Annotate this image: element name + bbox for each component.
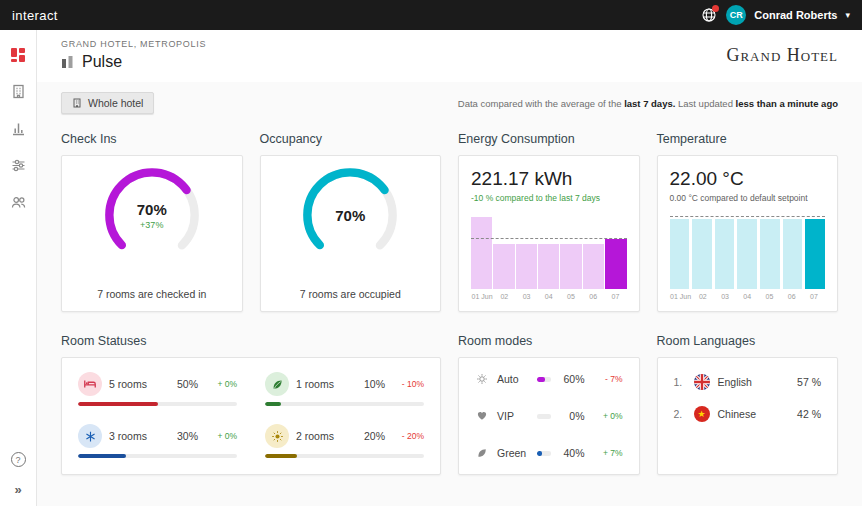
- language-row: 2. ★ Chinese 42 %: [674, 406, 822, 422]
- scope-label: Whole hotel: [88, 97, 143, 109]
- room-statuses-title: Room Statuses: [61, 334, 441, 348]
- checkins-delta: +37%: [140, 220, 163, 230]
- topbar-right: CR Conrad Roberts ▾: [700, 5, 850, 25]
- mode-progress-track: [537, 377, 551, 382]
- user-name[interactable]: Conrad Roberts: [754, 9, 837, 21]
- language-row: 1. English 57: [674, 374, 822, 390]
- auto-sun-icon: [475, 373, 489, 385]
- status-delta: + 0%: [205, 379, 237, 389]
- leaf-icon: [475, 447, 489, 459]
- occupancy-percent: 70%: [335, 207, 365, 224]
- status-progress-fill: [78, 402, 158, 406]
- status-delta: + 0%: [205, 431, 237, 441]
- language-percent: 42 %: [797, 408, 821, 420]
- status-percent: 20%: [364, 430, 385, 442]
- energy-section: Energy Consumption 221.17 kWh -10 % comp…: [458, 132, 640, 312]
- status-percent: 30%: [177, 430, 198, 442]
- hotel-small-icon: [72, 98, 82, 108]
- status-delta: - 20%: [392, 431, 424, 441]
- status-room-count: 5 rooms: [109, 378, 147, 390]
- status-progress-track: [265, 454, 424, 458]
- help-button[interactable]: ?: [11, 452, 26, 467]
- kpi-row: Check Ins 70% +37%: [61, 132, 838, 312]
- status-percent: 10%: [364, 378, 385, 390]
- room-modes-card: Auto 60% - 7%: [458, 357, 640, 475]
- room-modes-title: Room modes: [458, 334, 640, 348]
- temperature-card: 22.00 °C 0.00 °C compared to default set…: [657, 155, 839, 312]
- sidebar-item-users[interactable]: [0, 184, 37, 221]
- sidebar-item-hotel[interactable]: [0, 73, 37, 110]
- room-languages-title: Room Languages: [657, 334, 839, 348]
- chevron-down-icon[interactable]: ▾: [845, 10, 850, 20]
- sidebar-item-controls[interactable]: [0, 147, 37, 184]
- energy-delta: -10 % compared to the last 7 days: [471, 193, 627, 203]
- status-progress-fill: [265, 454, 297, 458]
- main: Whole hotel Data compared with the avera…: [37, 82, 862, 506]
- room-statuses-card: 5 rooms 50% + 0%: [61, 357, 441, 475]
- checkins-card: 70% +37% 7 rooms are checked in: [61, 155, 243, 312]
- temperature-delta: 0.00 °C compared to default setpoint: [670, 193, 826, 203]
- status-progress-fill: [78, 454, 126, 458]
- status-room-count: 2 rooms: [296, 430, 334, 442]
- star-icon: ★: [697, 410, 705, 419]
- status-progress-track: [78, 454, 237, 458]
- sidebar-item-pulse-active[interactable]: [0, 36, 37, 73]
- avatar[interactable]: CR: [726, 5, 746, 25]
- china-flag-icon: ★: [694, 406, 710, 422]
- language-rank: 2.: [674, 408, 686, 420]
- checkins-section: Check Ins 70% +37%: [61, 132, 243, 312]
- status-room-count: 1 rooms: [296, 378, 334, 390]
- temperature-section: Temperature 22.00 °C 0.00 °C compared to…: [657, 132, 839, 312]
- mode-progress-fill: [537, 377, 545, 382]
- sidebar-bottom: ? »: [11, 452, 26, 506]
- mode-progress-track: [537, 451, 551, 456]
- bar-chart-icon: [10, 120, 27, 137]
- sidebar: ? »: [0, 30, 37, 506]
- topbar: interact CR Conrad Roberts ▾: [0, 0, 862, 30]
- energy-card: 221.17 kWh -10 % compared to the last 7 …: [458, 155, 640, 312]
- occupancy-gauge: 70%: [299, 164, 401, 266]
- checkins-percent: 70%: [137, 201, 167, 218]
- room-status-item: 3 rooms 30% + 0%: [78, 424, 237, 460]
- app-logo: interact: [12, 8, 58, 23]
- room-languages-card: 1. English 57: [657, 357, 839, 475]
- mode-row: VIP 0% + 0%: [475, 410, 623, 422]
- mode-progress-fill: [537, 451, 542, 456]
- bed-icon: [78, 372, 102, 396]
- expand-sidebar-button[interactable]: »: [14, 483, 21, 496]
- status-progress-track: [78, 402, 237, 406]
- uk-flag-icon: [694, 374, 710, 390]
- sun-icon: [265, 424, 289, 448]
- mode-progress-track: [537, 414, 551, 419]
- breadcrumb: GRAND HOTEL, METROPOLIS: [61, 39, 206, 49]
- page-title: Pulse: [82, 53, 122, 71]
- mode-label: Auto: [497, 373, 529, 385]
- mode-row: Auto 60% - 7%: [475, 373, 623, 385]
- mode-label: VIP: [497, 410, 529, 422]
- language-label: Chinese: [718, 408, 757, 420]
- occupancy-section: Occupancy 70%: [260, 132, 442, 312]
- snowflake-icon: [78, 424, 102, 448]
- occupancy-card: 70% 7 rooms are occupied: [260, 155, 442, 312]
- status-percent: 50%: [177, 378, 198, 390]
- room-languages-section: Room Languages 1.: [657, 334, 839, 475]
- temperature-x-axis: 01 Jun020304050607: [670, 293, 826, 303]
- room-statuses-section: Room Statuses 5 rooms: [61, 334, 441, 475]
- leaf-icon: [265, 372, 289, 396]
- notification-badge: [712, 5, 719, 12]
- energy-x-axis: 01 Jun020304050607: [471, 293, 627, 303]
- comparison-info: Data compared with the average of the la…: [458, 98, 838, 109]
- status-room-count: 3 rooms: [109, 430, 147, 442]
- filter-row: Whole hotel Data compared with the avera…: [61, 92, 838, 114]
- hotel-logo: Grand Hotel: [726, 45, 838, 66]
- question-mark-icon: ?: [15, 455, 20, 465]
- building-icon: [10, 83, 27, 100]
- people-icon: [10, 194, 27, 211]
- energy-title: Energy Consumption: [458, 132, 640, 146]
- mode-percent: 60%: [559, 373, 585, 385]
- checkins-caption: 7 rooms are checked in: [97, 288, 206, 300]
- sidebar-item-analytics[interactable]: [0, 110, 37, 147]
- scope-selector[interactable]: Whole hotel: [61, 92, 154, 114]
- language-rank: 1.: [674, 376, 686, 388]
- language-globe-button[interactable]: [700, 6, 718, 24]
